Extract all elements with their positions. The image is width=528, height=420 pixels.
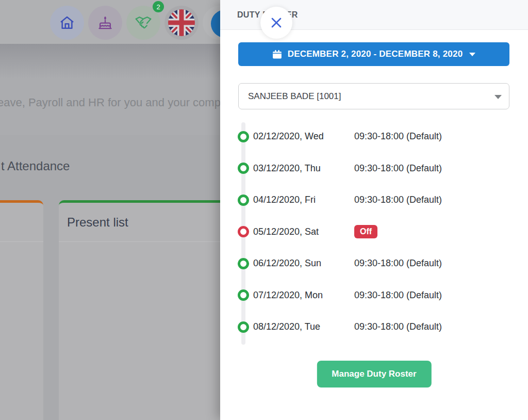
roster-date: 06/12/2020, Sun — [253, 258, 354, 269]
language-nav-button[interactable] — [164, 6, 199, 40]
roster-shift: 09:30-18:00 (Default) — [354, 321, 442, 332]
close-panel-button[interactable] — [260, 7, 292, 39]
handshake-icon — [134, 13, 153, 32]
roster-row: 02/12/2020, Wed 09:30-18:00 (Default) — [238, 121, 516, 153]
roster-shift: 09:30-18:00 (Default) — [354, 131, 442, 142]
employee-select-value: SANJEEB BADE [1001] — [248, 91, 341, 102]
status-ring-icon — [238, 195, 249, 206]
roster-shift: 09:30-18:00 (Default) — [354, 290, 442, 301]
status-ring-icon — [238, 163, 249, 174]
status-ring-icon — [238, 289, 249, 301]
roster-date: 08/12/2020, Tue — [253, 321, 354, 332]
roster-shift: 09:30-18:00 (Default) — [354, 163, 442, 174]
birthday-nav-button[interactable] — [88, 6, 122, 40]
roster-shift: Off — [354, 225, 377, 238]
date-range-label: DECEMBER 2, 2020 - DECEMBER 8, 2020 — [288, 49, 463, 59]
card-divider — [0, 241, 43, 242]
manage-duty-roster-button[interactable]: Manage Duty Roster — [317, 361, 431, 387]
close-icon — [268, 14, 285, 31]
roster-date: 04/12/2020, Fri — [253, 195, 354, 205]
roster-date: 07/12/2020, Mon — [253, 290, 354, 301]
roster-row: 07/12/2020, Mon 09:30-18:00 (Default) — [238, 280, 516, 312]
roster-date: 05/12/2020, Sat — [253, 227, 354, 237]
roster-list: 02/12/2020, Wed 09:30-18:00 (Default) 03… — [238, 121, 516, 343]
roster-shift: 09:30-18:00 (Default) — [354, 258, 442, 269]
duty-roster-panel: DUTY ROSTER DECEMBER 2, 2020 - DECEMBER … — [220, 0, 528, 420]
roster-shift: 09:30-18:00 (Default) — [354, 195, 442, 205]
roster-row: 03/12/2020, Thu 09:30-18:00 (Default) — [238, 153, 516, 185]
roster-row: 04/12/2020, Fri 09:30-18:00 (Default) — [238, 184, 516, 216]
roster-row: 05/12/2020, Sat Off — [238, 216, 516, 248]
status-ring-icon — [238, 321, 249, 333]
employee-select[interactable]: SANJEEB BADE [1001] — [238, 83, 509, 109]
status-ring-icon — [238, 258, 249, 269]
chevron-down-icon — [469, 53, 475, 56]
status-ring-icon — [238, 131, 249, 142]
roster-date: 02/12/2020, Wed — [253, 131, 354, 142]
select-caret-icon — [494, 95, 502, 99]
notification-badge: 2 — [153, 1, 164, 12]
roster-row: 08/12/2020, Tue 09:30-18:00 (Default) — [238, 311, 516, 343]
roster-date: 03/12/2020, Thu — [253, 163, 354, 174]
uk-flag-icon — [168, 9, 195, 36]
home-nav-button[interactable] — [50, 6, 84, 40]
roster-row: 06/12/2020, Sun 09:30-18:00 (Default) — [238, 248, 516, 280]
home-icon — [58, 14, 76, 31]
date-range-button[interactable]: DECEMBER 2, 2020 - DECEMBER 8, 2020 — [238, 42, 509, 66]
birthday-cake-icon — [96, 14, 114, 31]
present-list-title: Present list — [67, 215, 128, 230]
calendar-icon — [272, 50, 282, 59]
status-ring-icon — [238, 226, 249, 237]
attendance-heading: t Attendance — [1, 159, 70, 173]
dashboard-card-left — [0, 200, 43, 420]
